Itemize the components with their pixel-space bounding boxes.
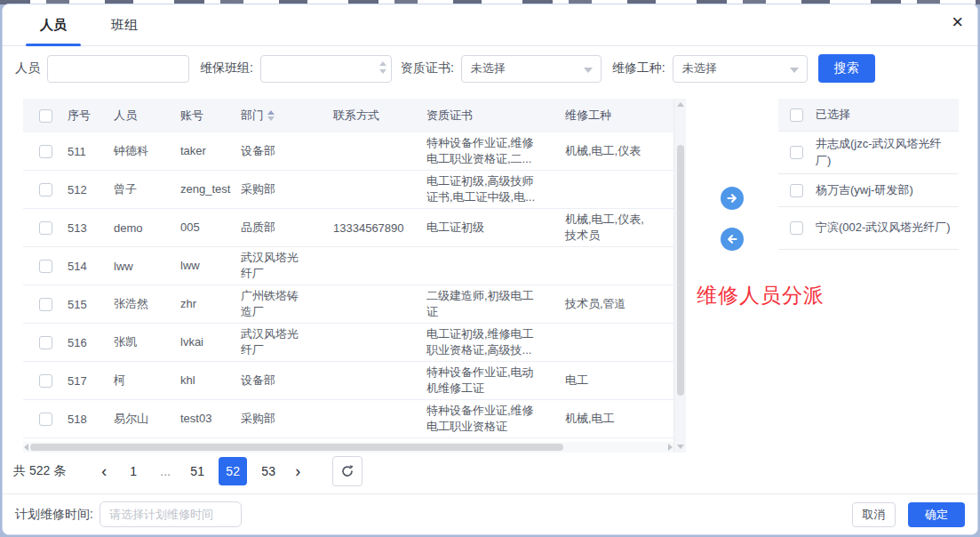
scroll-down-icon[interactable]: [677, 445, 684, 449]
cell-no: 517: [68, 374, 114, 388]
cell-person: 张凯: [114, 334, 180, 350]
footer-bar: 计划维修时间: 请选择计划维修时间 取消 确定: [3, 493, 977, 534]
row-checkbox[interactable]: [39, 145, 52, 158]
select-all-checkbox[interactable]: [39, 109, 52, 123]
annotation-text: 维修人员分派: [697, 282, 825, 309]
person-filter-input[interactable]: [47, 55, 189, 83]
table-row[interactable]: 518 易尔山 test03 采购部 特种设备作业证,维修电工职业资格证 机械,…: [23, 400, 673, 438]
spinner-icons[interactable]: [379, 61, 386, 74]
selected-item-checkbox[interactable]: [790, 146, 803, 159]
selected-item-checkbox[interactable]: [790, 221, 803, 235]
row-checkbox[interactable]: [39, 183, 52, 196]
move-to-selected-button[interactable]: [721, 187, 744, 210]
refresh-button[interactable]: [332, 456, 363, 486]
row-checkbox[interactable]: [39, 374, 52, 388]
cell-cert: 电工证初级: [426, 220, 565, 236]
arrow-right-icon: [726, 192, 738, 204]
move-to-available-button[interactable]: [721, 228, 744, 251]
prev-page-icon[interactable]: ‹: [91, 462, 117, 481]
page-button-51[interactable]: 51: [181, 457, 213, 485]
row-checkbox[interactable]: [39, 413, 52, 426]
tab-person[interactable]: 人员: [26, 4, 81, 45]
page-button-1[interactable]: 1: [117, 457, 149, 485]
team-filter-label: 维保班组:: [200, 60, 253, 76]
row-checkbox[interactable]: [39, 260, 52, 273]
selected-panel-title: 已选择: [816, 107, 850, 123]
chevron-down-icon: [584, 68, 593, 73]
cell-dept: 采购部: [241, 181, 333, 197]
cell-account: zeng_test: [180, 181, 241, 197]
col-header-account: 账号: [180, 108, 241, 124]
col-header-contact: 联系方式: [333, 108, 426, 124]
selected-item-label: 宁滨(002-武汉风塔光纤厂): [816, 220, 956, 236]
cell-account: zhr: [180, 296, 241, 312]
table-row[interactable]: 511 钟德科 taker 设备部 特种设备作业证,维修电工职业资格证,二...…: [23, 132, 673, 171]
selected-item[interactable]: 杨万吉(ywj-研发部): [778, 174, 959, 207]
cell-no: 513: [68, 221, 114, 235]
tab-team[interactable]: 班组: [97, 4, 152, 45]
selected-item-label: 井志成(jzc-武汉风塔光纤厂): [816, 136, 959, 170]
close-icon[interactable]: ×: [952, 12, 963, 32]
selected-select-all-checkbox[interactable]: [790, 108, 803, 122]
row-checkbox[interactable]: [39, 221, 52, 235]
scroll-left-icon[interactable]: [24, 444, 28, 451]
table-row[interactable]: 517 柯 khl 设备部 特种设备作业证,电动机维修工证 电工: [23, 362, 673, 400]
table-row[interactable]: 512 曾子 zeng_test 采购部 电工证初级,高级技师证书,电工证中级,…: [23, 171, 673, 209]
cell-no: 518: [68, 413, 114, 426]
selected-item[interactable]: 井志成(jzc-武汉风塔光纤厂): [778, 132, 959, 174]
confirm-button[interactable]: 确定: [908, 502, 965, 527]
pagination-ellipsis[interactable]: ...: [149, 457, 181, 485]
scroll-right-icon[interactable]: [668, 444, 673, 451]
table-row[interactable]: 515 张浩然 zhr 广州铁塔铸造厂 二级建造师,初级电工证 技术员,管道: [23, 285, 673, 324]
sort-caret-icon[interactable]: [267, 110, 275, 121]
active-tab-underline: [26, 44, 81, 46]
page-button-52-active[interactable]: 52: [219, 457, 247, 485]
page-button-53[interactable]: 53: [252, 457, 284, 485]
cell-cert: 二级建造师,初级电工证: [426, 288, 565, 319]
selected-item-checkbox[interactable]: [790, 184, 803, 197]
col-header-worktype: 维修工种: [565, 108, 673, 124]
cell-no: 514: [68, 260, 114, 273]
cell-person: 钟德科: [114, 143, 180, 159]
arrow-left-icon: [726, 233, 738, 245]
cell-person: 曾子: [114, 181, 180, 197]
cell-person: 易尔山: [114, 411, 180, 427]
team-filter-input[interactable]: [260, 55, 392, 83]
cell-account: test03: [180, 411, 241, 427]
next-page-icon[interactable]: ›: [284, 462, 311, 481]
table-header-row: 序号 人员 账号 部门 联系方式 资质证书 维修工种: [23, 99, 673, 132]
cell-person: 张浩然: [114, 296, 180, 312]
search-button[interactable]: 搜索: [818, 54, 875, 83]
planned-time-input[interactable]: 请选择计划维修时间: [100, 501, 242, 527]
row-checkbox[interactable]: [39, 336, 52, 349]
cancel-button[interactable]: 取消: [852, 502, 896, 527]
personnel-table: 序号 人员 账号 部门 联系方式 资质证书 维修工种 511 钟德科 taker…: [23, 99, 686, 438]
row-checkbox[interactable]: [39, 298, 52, 311]
cell-dept: 品质部: [241, 220, 333, 236]
cell-cert: 特种设备作业证,维修电工职业资格证,二...: [426, 135, 565, 166]
selected-item[interactable]: 宁滨(002-武汉风塔光纤厂): [778, 207, 959, 250]
cert-filter-select[interactable]: 未选择: [461, 55, 602, 83]
cell-cert: 特种设备作业证,维修电工职业资格证: [426, 403, 565, 434]
horizontal-scroll-thumb[interactable]: [30, 444, 563, 451]
pagination-bar: 共 522 条 ‹ 1 ... 51 52 53 ›: [13, 456, 363, 486]
table-row[interactable]: 514 lww lww 武汉风塔光纤厂: [23, 247, 673, 285]
cell-worktype: 电工: [565, 373, 673, 389]
cell-account: lww: [180, 258, 241, 274]
table-row[interactable]: 513 demo 005 品质部 13334567890 电工证初级 机械,电工…: [23, 209, 673, 247]
worktype-filter-select[interactable]: 未选择: [673, 55, 808, 83]
cell-no: 515: [68, 298, 114, 311]
vertical-scrollbar[interactable]: [673, 99, 686, 453]
vertical-scroll-thumb[interactable]: [677, 145, 684, 396]
scroll-up-icon[interactable]: [677, 102, 684, 107]
cell-dept: 设备部: [241, 143, 333, 159]
worktype-filter-value: 未选择: [682, 60, 717, 76]
col-header-dept[interactable]: 部门: [241, 108, 333, 124]
cell-person: demo: [114, 221, 180, 235]
cell-dept: 武汉风塔光纤厂: [241, 326, 333, 357]
refresh-icon: [340, 464, 355, 478]
tab-bar: 人员 班组 ×: [3, 4, 977, 46]
table-row[interactable]: 516 张凯 lvkai 武汉风塔光纤厂 电工证初级,维修电工职业资格证,高级技…: [23, 324, 673, 362]
horizontal-scrollbar[interactable]: [23, 442, 673, 453]
cell-contact: 13334567890: [333, 221, 426, 235]
